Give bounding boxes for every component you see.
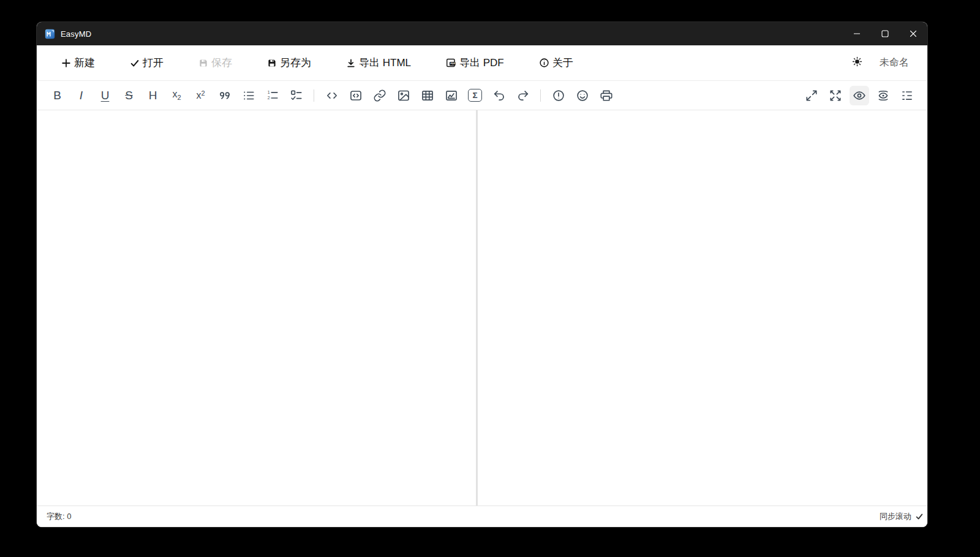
shrink-button[interactable] [802, 86, 821, 105]
emoji-icon [576, 89, 589, 102]
underline-button[interactable]: U [96, 86, 115, 105]
preview-eye-icon [853, 89, 866, 102]
sync-scroll-checkbox[interactable] [915, 512, 924, 521]
bullet-list-button[interactable] [239, 86, 258, 105]
formula-icon: Σ [468, 89, 482, 102]
code-block-icon [349, 89, 363, 102]
toolbar-separator [314, 89, 314, 102]
bold-icon: B [53, 89, 61, 101]
ordered-list-icon: 12 [266, 89, 279, 102]
info-circle-icon [539, 58, 549, 68]
editor-pane[interactable] [37, 110, 476, 506]
maximize-button[interactable] [871, 22, 899, 45]
about-button[interactable]: 关于 [539, 56, 573, 70]
statusbar: 字数: 0 同步滚动 [37, 506, 927, 527]
heading-icon: H [149, 89, 157, 101]
statusbar-right: 同步滚动 [880, 511, 924, 522]
sync-preview-button[interactable] [873, 86, 893, 105]
italic-button[interactable]: I [72, 86, 91, 105]
chart-icon [445, 89, 458, 102]
window-controls [843, 22, 927, 45]
editor-split [37, 110, 927, 506]
blockquote-button[interactable] [215, 86, 235, 105]
preview-toggle-button[interactable] [850, 86, 869, 105]
heading-button[interactable]: H [143, 86, 163, 105]
redo-icon [516, 89, 530, 102]
link-button[interactable] [370, 86, 390, 105]
menubar-right: 未命名 [848, 54, 909, 72]
bold-button[interactable]: B [48, 86, 67, 105]
inline-code-button[interactable] [322, 86, 342, 105]
link-icon [373, 89, 386, 102]
pdf-file-icon: PDF [446, 58, 456, 68]
sun-icon [851, 56, 863, 70]
sync-scroll-label: 同步滚动 [880, 511, 911, 522]
toolbar-separator [540, 89, 541, 102]
print-icon [600, 89, 613, 102]
image-icon [397, 89, 410, 102]
sync-preview-eye-icon [876, 89, 890, 102]
check-icon [130, 58, 140, 68]
close-button[interactable] [899, 22, 927, 45]
table-button[interactable] [418, 86, 437, 105]
app-window: EasyMD 新建 打开 保存 另存为 [37, 22, 927, 527]
view-toolbar [799, 86, 919, 105]
italic-icon: I [80, 89, 83, 101]
outline-button[interactable] [897, 86, 917, 105]
alert-circle-icon [552, 89, 565, 102]
chart-button[interactable] [442, 86, 461, 105]
download-icon [346, 58, 356, 68]
code-block-button[interactable] [346, 86, 366, 105]
table-icon [421, 89, 434, 102]
fullscreen-icon [829, 89, 842, 102]
redo-button[interactable] [513, 86, 533, 105]
inline-code-icon [325, 89, 339, 102]
task-list-button[interactable] [287, 86, 306, 105]
subscript-icon: x2 [172, 89, 181, 101]
save-as-button[interactable]: 另存为 [267, 56, 311, 70]
outline-icon [900, 89, 914, 102]
emoji-button[interactable] [573, 86, 592, 105]
svg-text:2: 2 [267, 96, 270, 100]
document-name: 未命名 [880, 56, 909, 69]
open-button[interactable]: 打开 [130, 56, 164, 70]
fullscreen-button[interactable] [826, 86, 845, 105]
app-logo-icon [45, 29, 55, 39]
strikethrough-icon: S [125, 89, 133, 101]
floppy-icon [198, 58, 208, 68]
word-count: 字数: 0 [47, 511, 71, 522]
theme-toggle-button[interactable] [848, 54, 866, 72]
undo-icon [492, 89, 506, 102]
print-button[interactable] [597, 86, 616, 105]
titlebar: EasyMD [37, 22, 927, 45]
blockquote-icon [218, 89, 232, 102]
superscript-button[interactable]: x2 [191, 86, 211, 105]
formula-button[interactable]: Σ [466, 86, 485, 105]
superscript-icon: x2 [196, 90, 205, 100]
undo-button[interactable] [489, 86, 509, 105]
preview-pane[interactable] [478, 110, 927, 506]
shrink-expand-icon [805, 89, 818, 102]
image-button[interactable] [394, 86, 413, 105]
subscript-button[interactable]: x2 [167, 86, 187, 105]
format-toolbar: B I U S H x2 x2 12 [37, 80, 927, 110]
underline-icon: U [101, 89, 110, 101]
app-title: EasyMD [61, 29, 91, 39]
new-button[interactable]: 新建 [61, 56, 95, 70]
bullet-list-icon [242, 89, 255, 102]
menubar: 新建 打开 保存 另存为 导出 HTML PDF 导出 PDF 关于 [37, 45, 927, 80]
svg-text:1: 1 [267, 90, 270, 94]
export-pdf-button[interactable]: PDF 导出 PDF [446, 56, 504, 70]
ordered-list-button[interactable]: 12 [263, 86, 282, 105]
save-button: 保存 [198, 56, 232, 70]
plus-icon [61, 58, 71, 68]
minimize-button[interactable] [843, 22, 871, 45]
floppy-icon [267, 58, 277, 68]
alert-button[interactable] [549, 86, 568, 105]
task-list-icon [290, 89, 303, 102]
export-html-button[interactable]: 导出 HTML [346, 56, 411, 70]
svg-text:PDF: PDF [450, 62, 456, 65]
strikethrough-button[interactable]: S [119, 86, 139, 105]
